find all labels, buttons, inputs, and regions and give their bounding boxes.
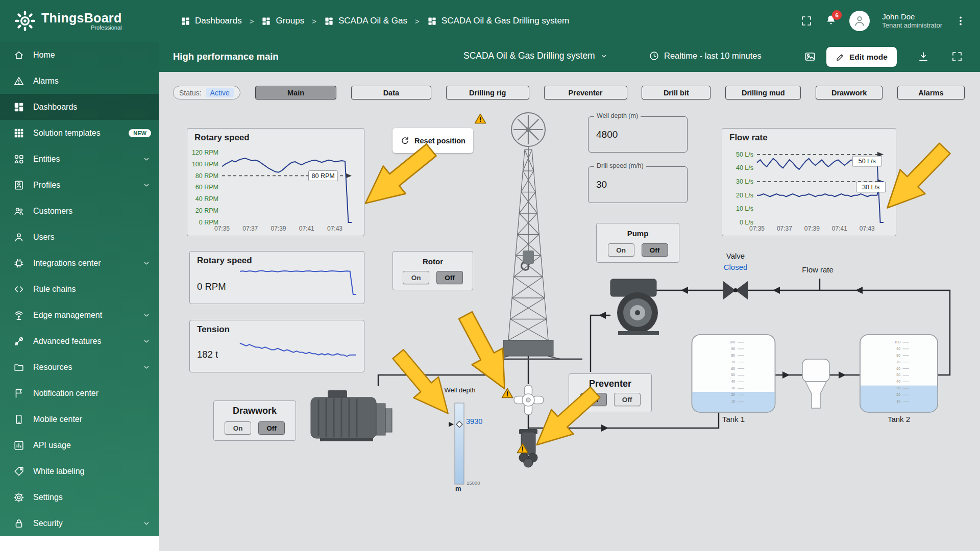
preventer-switch: On Off	[569, 393, 651, 406]
derrick-graphic	[487, 113, 582, 359]
rotor-off-button[interactable]: Off	[436, 271, 463, 284]
tension-widget: Tension 182 t	[189, 320, 364, 372]
image-export-button[interactable]	[804, 51, 816, 65]
svg-text:70: 70	[896, 360, 900, 364]
sidebar-item-solution-templates[interactable]: Solution templates NEW	[0, 120, 159, 146]
sidebar-item-label: Rule chains	[33, 285, 151, 294]
sidebar-item-notification-center[interactable]: Notification center	[0, 380, 159, 406]
svg-text:20: 20	[896, 393, 900, 396]
state-tab-drilling-mud[interactable]: Drilling mud	[725, 86, 801, 99]
drawwork-on-button[interactable]: On	[225, 421, 251, 435]
sidebar-item-customers[interactable]: Customers	[0, 198, 159, 224]
sidebar-item-users[interactable]: Users	[0, 224, 159, 250]
user-name: John Doe	[882, 12, 942, 22]
state-tab-drill-bit[interactable]: Drill bit	[642, 86, 710, 99]
rotor-on-button[interactable]: On	[403, 271, 429, 284]
widget-title: Rotary speed	[194, 133, 250, 143]
sidebar-item-security[interactable]: Security	[0, 510, 159, 536]
svg-text:30: 30	[731, 386, 735, 390]
sidebar-item-white-labeling[interactable]: White labeling	[0, 458, 159, 484]
breadcrumb-label: SCADA Oil & Gas Drilling system	[442, 16, 569, 26]
state-tab-preventer[interactable]: Preventer	[544, 86, 627, 99]
breadcrumb-separator: >	[415, 17, 420, 26]
svg-text:60: 60	[896, 367, 900, 370]
state-tab-main[interactable]: Main	[255, 86, 336, 99]
dashboards-icon	[427, 16, 437, 26]
svg-text:90: 90	[731, 347, 735, 350]
drawwork-off-button[interactable]: Off	[258, 421, 285, 435]
timewindow-button[interactable]: Realtime - last 10 minutes	[649, 51, 762, 61]
more-vert-icon[interactable]	[954, 15, 967, 27]
top-header: ThingsBoard Professional Dashboards > Gr…	[0, 0, 980, 42]
sidebar-item-home[interactable]: Home	[0, 42, 159, 68]
preventer-on-button[interactable]: On	[580, 393, 607, 406]
sidebar-item-integrations-center[interactable]: Integrations center	[0, 250, 159, 276]
sidebar-item-label: Users	[33, 233, 151, 242]
well-depth-gauge-label: Well depth	[438, 386, 482, 394]
preventer-off-button[interactable]: Off	[614, 393, 641, 406]
state-tab-drawwork[interactable]: Drawwork	[816, 86, 883, 99]
sidebar-item-profiles[interactable]: Profiles	[0, 172, 159, 198]
sidebar-item-icon	[13, 102, 24, 113]
breadcrumb-item-current-dashboard[interactable]: SCADA Oil & Gas Drilling system	[427, 16, 569, 26]
edit-mode-button[interactable]: Edit mode	[826, 47, 897, 67]
sidebar-item-api-usage[interactable]: API usage	[0, 432, 159, 458]
avatar[interactable]	[849, 11, 870, 31]
sidebar-item-rule-chains[interactable]: Rule chains	[0, 276, 159, 302]
widget-title: Rotor	[393, 257, 473, 266]
chevron-down-icon	[142, 181, 151, 190]
state-tab-drilling-rig[interactable]: Drilling rig	[446, 86, 529, 99]
header-actions: 6 John Doe Tenant administrator	[800, 11, 980, 31]
tension-sparkline	[238, 335, 358, 365]
status-chip[interactable]: Status: Active	[173, 86, 240, 99]
sidebar-item-label: Settings	[33, 493, 151, 502]
svg-text:40: 40	[731, 380, 735, 383]
sidebar-item-alarms[interactable]: Alarms	[0, 68, 159, 94]
pump-on-button[interactable]: On	[608, 243, 634, 257]
sidebar-item-label: Home	[33, 51, 151, 60]
pump-off-button[interactable]: Off	[642, 243, 668, 257]
svg-text:80: 80	[731, 354, 735, 357]
svg-text:07:39: 07:39	[804, 225, 820, 232]
sidebar-item-advanced-features[interactable]: Advanced features	[0, 328, 159, 354]
brand-name: ThingsBoard	[41, 11, 121, 24]
rotor-switch: On Off	[393, 271, 473, 284]
well-depth-field[interactable]: Well depth (m) 4800	[588, 116, 688, 153]
sidebar-item-resources[interactable]: Resources	[0, 354, 159, 380]
state-tab-alarms[interactable]: Alarms	[897, 86, 965, 99]
breadcrumb-item-groups[interactable]: Groups	[261, 16, 304, 26]
sidebar-item-settings[interactable]: Settings	[0, 484, 159, 510]
breadcrumb-item-scada-group[interactable]: SCADA Oil & Gas	[324, 16, 407, 26]
sidebar-item-mobile-center[interactable]: Mobile center	[0, 406, 159, 432]
sidebar-item-icon	[13, 466, 24, 477]
reset-position-button[interactable]: Reset position	[393, 128, 473, 153]
download-button[interactable]	[917, 51, 929, 65]
sidebar-item-edge-management[interactable]: Edge management	[0, 302, 159, 328]
brand-logo[interactable]: ThingsBoard Professional	[0, 10, 159, 32]
toolbar-fullscreen-button[interactable]	[951, 51, 963, 65]
widget-title: Flow rate	[729, 133, 768, 143]
sidebar-item-label: Profiles	[33, 181, 133, 190]
pump-switch-widget: Pump On Off	[596, 223, 679, 263]
svg-text:50 L/s: 50 L/s	[736, 151, 753, 158]
svg-text:07:43: 07:43	[327, 225, 342, 232]
sidebar-item-icon	[13, 336, 24, 347]
sidebar-item-label: Advanced features	[33, 337, 133, 346]
person-icon	[853, 14, 866, 28]
sidebar-item-dashboards[interactable]: Dashboards	[0, 94, 159, 120]
notifications-button[interactable]: 6	[825, 14, 837, 28]
sidebar-item-icon	[13, 284, 24, 295]
sidebar-item-entities[interactable]: Entities	[0, 146, 159, 172]
edit-mode-label: Edit mode	[849, 53, 888, 62]
dashboard-select[interactable]: SCADA Oil & Gas Drilling system	[463, 51, 608, 61]
drill-speed-field[interactable]: Drill speed (m/h) 30	[588, 166, 688, 203]
chevron-down-icon	[142, 337, 151, 346]
tank2-label: Tank 2	[873, 415, 925, 423]
state-tab-data[interactable]: Data	[351, 86, 431, 99]
sidebar-item-icon	[13, 76, 24, 87]
breadcrumb-item-dashboards[interactable]: Dashboards	[181, 16, 242, 26]
image-icon	[804, 51, 816, 63]
brand-text: ThingsBoard Professional	[41, 11, 121, 30]
dashboard-state-tabs: MainDataDrilling rigPreventerDrill bitDr…	[255, 86, 965, 99]
fullscreen-icon[interactable]	[800, 15, 813, 27]
